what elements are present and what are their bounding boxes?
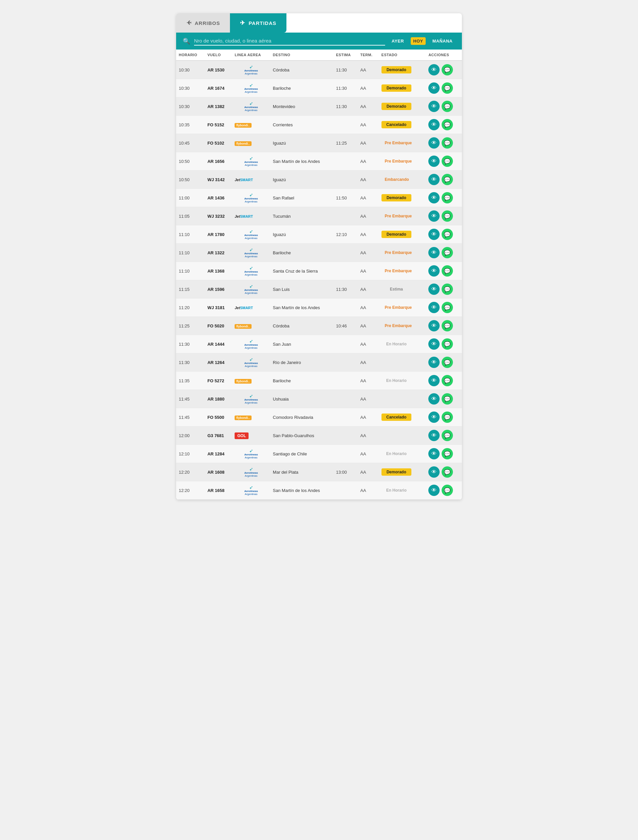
cell-acciones: 👁 💬 <box>426 390 462 408</box>
whatsapp-button[interactable]: 💬 <box>442 320 453 331</box>
whatsapp-button[interactable]: 💬 <box>442 448 453 459</box>
view-button[interactable]: 👁 <box>428 467 440 478</box>
cell-estado: Demorado <box>379 189 426 207</box>
whatsapp-button[interactable]: 💬 <box>442 467 453 478</box>
cell-acciones: 👁 💬 <box>426 408 462 427</box>
view-button[interactable]: 👁 <box>428 265 440 277</box>
cell-estado <box>379 427 426 445</box>
tab-partidas[interactable]: ✈ PARTIDAS <box>230 13 286 33</box>
cell-vuelo: WJ 3232 <box>205 207 232 225</box>
status-badge: Demorado <box>381 194 411 201</box>
cell-destino: Tucumán <box>270 207 333 225</box>
whatsapp-button[interactable]: 💬 <box>442 82 453 94</box>
cell-vuelo: AR 1264 <box>205 353 232 372</box>
cell-horario: 11:35 <box>176 372 205 390</box>
view-button[interactable]: 👁 <box>428 302 440 313</box>
cell-estima <box>333 207 358 225</box>
view-button[interactable]: 👁 <box>428 283 440 295</box>
whatsapp-button[interactable]: 💬 <box>442 210 453 222</box>
whatsapp-button[interactable]: 💬 <box>442 283 453 295</box>
cell-horario: 11:45 <box>176 390 205 408</box>
view-button[interactable]: 👁 <box>428 448 440 459</box>
cell-estima <box>333 299 358 317</box>
whatsapp-button[interactable]: 💬 <box>442 155 453 167</box>
view-button[interactable]: 👁 <box>428 393 440 405</box>
whatsapp-button[interactable]: 💬 <box>442 119 453 130</box>
table-row: 11:45 FO 5500 flybondi... Comodoro Rivad… <box>176 408 462 427</box>
view-button[interactable]: 👁 <box>428 411 440 423</box>
cell-vuelo: FO 5500 <box>205 408 232 427</box>
cell-airline: ➶ Aerolíneas Argentinas <box>232 353 270 372</box>
status-badge: Cancelado <box>381 413 411 421</box>
cell-term: AA <box>358 152 379 171</box>
view-button[interactable]: 👁 <box>428 210 440 222</box>
view-button[interactable]: 👁 <box>428 229 440 240</box>
whatsapp-button[interactable]: 💬 <box>442 393 453 405</box>
view-button[interactable]: 👁 <box>428 430 440 441</box>
day-manana[interactable]: MAÑANA <box>430 37 455 45</box>
cell-destino: Córdoba <box>270 60 333 79</box>
cell-estima <box>333 353 358 372</box>
day-hoy[interactable]: HOY <box>411 37 426 45</box>
whatsapp-button[interactable]: 💬 <box>442 64 453 76</box>
view-button[interactable]: 👁 <box>428 320 440 331</box>
search-input[interactable] <box>194 36 385 46</box>
whatsapp-button[interactable]: 💬 <box>442 411 453 423</box>
cell-estado: Pre Embarque <box>379 207 426 225</box>
airline-logo-fb: flybondi... <box>235 141 251 146</box>
airline-logo-js: JetSMART <box>235 306 253 310</box>
whatsapp-button[interactable]: 💬 <box>442 174 453 185</box>
cell-destino: San Luis <box>270 280 333 299</box>
view-button[interactable]: 👁 <box>428 375 440 386</box>
view-button[interactable]: 👁 <box>428 357 440 368</box>
cell-vuelo: AR 1780 <box>205 225 232 244</box>
whatsapp-button[interactable]: 💬 <box>442 265 453 277</box>
view-button[interactable]: 👁 <box>428 174 440 185</box>
table-header-row: HORARIO VUELO LINEA AEREA DESTINO ESTIMA… <box>176 49 462 60</box>
view-button[interactable]: 👁 <box>428 485 440 496</box>
cell-destino: Iguazú <box>270 225 333 244</box>
whatsapp-button[interactable]: 💬 <box>442 430 453 441</box>
action-buttons: 👁 💬 <box>428 375 459 386</box>
cell-horario: 11:45 <box>176 408 205 427</box>
whatsapp-button[interactable]: 💬 <box>442 137 453 149</box>
cell-acciones: 👁 💬 <box>426 225 462 244</box>
status-badge <box>381 398 411 400</box>
cell-term: AA <box>358 481 379 500</box>
whatsapp-button[interactable]: 💬 <box>442 229 453 240</box>
action-buttons: 👁 💬 <box>428 265 459 277</box>
view-button[interactable]: 👁 <box>428 247 440 258</box>
whatsapp-button[interactable]: 💬 <box>442 101 453 112</box>
day-ayer[interactable]: AYER <box>389 37 407 45</box>
view-button[interactable]: 👁 <box>428 82 440 94</box>
table-row: 11:20 WJ 3181 JetSMART San Martín de los… <box>176 299 462 317</box>
cell-term: AA <box>358 207 379 225</box>
view-button[interactable]: 👁 <box>428 339 440 350</box>
whatsapp-button[interactable]: 💬 <box>442 485 453 496</box>
view-button[interactable]: 👁 <box>428 101 440 112</box>
status-badge: Demorado <box>381 66 411 73</box>
action-buttons: 👁 💬 <box>428 64 459 76</box>
view-button[interactable]: 👁 <box>428 192 440 203</box>
cell-vuelo: AR 1382 <box>205 97 232 115</box>
view-button[interactable]: 👁 <box>428 137 440 149</box>
whatsapp-button[interactable]: 💬 <box>442 357 453 368</box>
cell-estado: En Horario <box>379 481 426 500</box>
whatsapp-button[interactable]: 💬 <box>442 375 453 386</box>
arribos-icon: ✈ <box>186 19 191 27</box>
status-badge: En Horario <box>381 450 411 457</box>
view-button[interactable]: 👁 <box>428 119 440 130</box>
view-button[interactable]: 👁 <box>428 64 440 76</box>
tab-arribos[interactable]: ✈ ARRIBOS <box>176 13 230 33</box>
view-button[interactable]: 👁 <box>428 155 440 167</box>
whatsapp-button[interactable]: 💬 <box>442 192 453 203</box>
action-buttons: 👁 💬 <box>428 339 459 350</box>
whatsapp-button[interactable]: 💬 <box>442 339 453 350</box>
table-row: 10:50 AR 1656 ➶ Aerolíneas Argentinas Sa… <box>176 152 462 171</box>
whatsapp-button[interactable]: 💬 <box>442 247 453 258</box>
whatsapp-button[interactable]: 💬 <box>442 302 453 313</box>
table-row: 11:30 AR 1444 ➶ Aerolíneas Argentinas Sa… <box>176 335 462 353</box>
action-buttons: 👁 💬 <box>428 119 459 130</box>
cell-destino: Santa Cruz de la Sierra <box>270 262 333 280</box>
cell-estima: 11:25 <box>333 134 358 152</box>
